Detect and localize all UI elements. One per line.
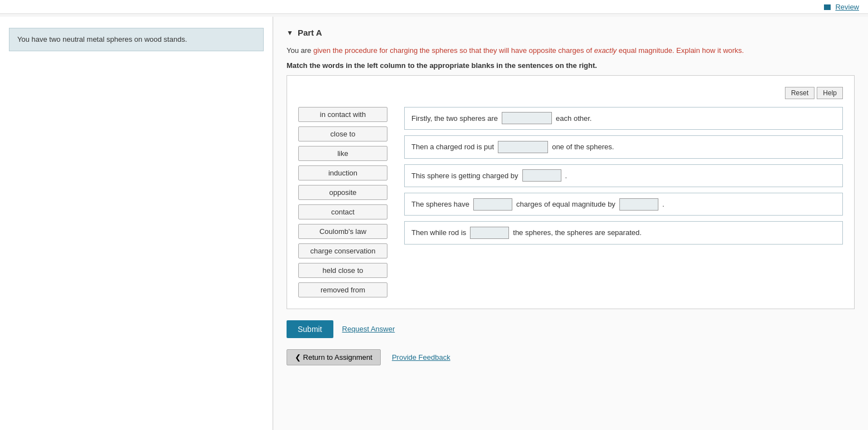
sentence-3-after: . [565, 169, 568, 182]
sentence-4-before: The spheres have [411, 198, 469, 211]
word-item[interactable]: contact [298, 204, 387, 219]
submit-button[interactable]: Submit [287, 320, 333, 338]
part-header: ▼ Part A [287, 28, 855, 37]
word-item[interactable]: charge conservation [298, 243, 387, 258]
sentence-row-2: Then a charged rod is put one of the sph… [404, 135, 843, 158]
sentence-2-before: Then a charged rod is put [411, 140, 494, 153]
sentence-row-1: Firstly, the two spheres are each other. [404, 107, 843, 130]
given-text: given the procedure for charging the sph… [313, 46, 744, 55]
actions-bar: Submit Request Answer [287, 320, 855, 338]
drag-drop-container: Reset Help in contact with close to like… [287, 75, 855, 309]
instructions-line1: You are given the procedure for charging… [287, 45, 855, 57]
sentence-row-5: Then while rod is the spheres, the spher… [404, 221, 843, 244]
top-bar: Review [0, 0, 868, 14]
blank-s4-1[interactable] [473, 198, 512, 211]
review-icon [824, 4, 831, 10]
sentence-5-after: the spheres, the spheres are separated. [513, 226, 642, 239]
provide-feedback-link[interactable]: Provide Feedback [392, 353, 450, 361]
sidebar: You have two neutral metal spheres on wo… [0, 17, 273, 430]
sentence-4-mid: charges of equal magnitude by [516, 198, 615, 211]
exactly-text: exactly [594, 46, 617, 55]
word-item[interactable]: held close to [298, 263, 387, 278]
return-button[interactable]: ❮ Return to Assignment [287, 349, 381, 365]
sentence-1-before: Firstly, the two spheres are [411, 112, 498, 125]
word-item[interactable]: removed from [298, 282, 387, 297]
sentence-2-after: one of the spheres. [552, 140, 614, 153]
content-area: ▼ Part A You are given the procedure for… [273, 17, 868, 430]
help-button[interactable]: Help [817, 87, 843, 99]
blank-s2-1[interactable] [498, 141, 548, 153]
word-item[interactable]: Coulomb's law [298, 224, 387, 239]
sentence-1-after: each other. [556, 112, 591, 125]
word-item[interactable]: opposite [298, 185, 387, 200]
word-item[interactable]: induction [298, 165, 387, 180]
review-link[interactable]: Review [835, 3, 859, 11]
collapse-icon[interactable]: ▼ [287, 29, 293, 37]
match-instruction: Match the words in the left column to th… [287, 61, 855, 70]
word-item[interactable]: like [298, 146, 387, 161]
main-layout: You have two neutral metal spheres on wo… [0, 0, 868, 430]
blank-s5-1[interactable] [470, 227, 509, 239]
reset-button[interactable]: Reset [785, 87, 814, 99]
sidebar-info: You have two neutral metal spheres on wo… [9, 28, 264, 51]
sentence-row-4: The spheres have charges of equal magnit… [404, 193, 843, 216]
dd-body: in contact with close to like induction … [298, 107, 843, 297]
request-answer-link[interactable]: Request Answer [342, 325, 395, 333]
toolbar: Reset Help [298, 87, 843, 99]
sentence-5-before: Then while rod is [411, 226, 466, 239]
part-label: Part A [298, 28, 322, 37]
blank-s1-1[interactable] [502, 112, 552, 124]
blank-s3-1[interactable] [522, 169, 561, 182]
blank-s4-2[interactable] [619, 198, 658, 211]
sentence-row-3: This sphere is getting charged by . [404, 164, 843, 187]
word-item[interactable]: in contact with [298, 107, 387, 122]
sentence-4-after: . [662, 198, 665, 211]
sentence-3-before: This sphere is getting charged by [411, 169, 518, 182]
word-item[interactable]: close to [298, 126, 387, 141]
word-bank: in contact with close to like induction … [298, 107, 387, 297]
footer-actions: ❮ Return to Assignment Provide Feedback [287, 349, 855, 365]
sentences-area: Firstly, the two spheres are each other.… [404, 107, 843, 297]
